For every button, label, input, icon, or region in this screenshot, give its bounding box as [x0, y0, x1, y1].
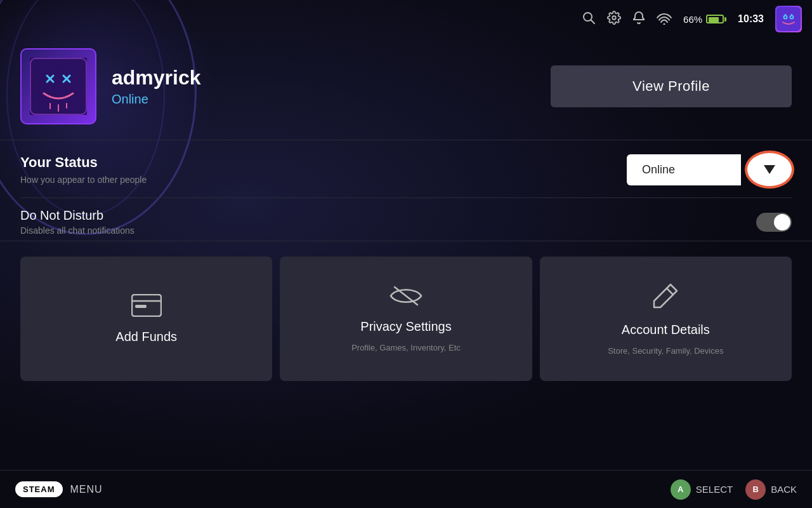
svg-line-22: [667, 288, 673, 295]
topbar: 66% 10:33: [0, 0, 812, 38]
profile-username: admyrick: [112, 66, 201, 90]
account-details-title: Account Details: [622, 323, 710, 337]
dnd-description: Disables all chat notifications: [20, 225, 134, 236]
account-details-card[interactable]: Account Details Store, Security, Family,…: [540, 257, 792, 381]
gear-icon[interactable]: [607, 11, 621, 28]
svg-rect-20: [135, 305, 147, 308]
battery-percent-label: 66%: [683, 14, 702, 25]
back-hint: B BACK: [745, 479, 797, 500]
topbar-user-avatar[interactable]: [775, 6, 802, 32]
status-left: Your Status How you appear to other peop…: [20, 154, 147, 185]
privacy-settings-desc: Profile, Games, Inventory, Etc: [351, 343, 461, 352]
profile-section: admyrick Online View Profile: [20, 38, 792, 140]
profile-info: admyrick Online: [112, 66, 201, 107]
profile-online-status: Online: [112, 92, 201, 107]
dnd-title: Do Not Disturb: [20, 208, 134, 223]
cards-section: Add Funds Privacy Settings Profile, Game…: [20, 257, 792, 381]
topbar-icons: 66% 10:33: [582, 6, 802, 32]
dnd-toggle[interactable]: [756, 213, 792, 232]
dnd-section: Do Not Disturb Disables all chat notific…: [20, 197, 792, 241]
pencil-icon: [652, 282, 679, 314]
clock-display: 10:33: [738, 13, 764, 25]
view-profile-button[interactable]: View Profile: [551, 65, 792, 107]
select-hint: A SELECT: [671, 479, 733, 500]
svg-line-1: [591, 20, 595, 23]
wallet-icon: [131, 294, 162, 321]
your-status-title: Your Status: [20, 154, 147, 171]
account-details-desc: Store, Security, Family, Devices: [608, 346, 723, 356]
status-section: Your Status How you appear to other peop…: [20, 140, 792, 191]
privacy-settings-title: Privacy Settings: [360, 319, 451, 334]
svg-point-2: [664, 23, 665, 25]
eye-slash-icon: [390, 285, 422, 311]
signal-icon: [657, 13, 672, 25]
battery-indicator: 66%: [683, 14, 726, 25]
privacy-settings-card[interactable]: Privacy Settings Profile, Games, Invento…: [280, 257, 532, 381]
steam-badge[interactable]: STEAM: [15, 481, 63, 497]
bottombar: STEAM MENU A SELECT B BACK: [0, 470, 812, 508]
dnd-left: Do Not Disturb Disables all chat notific…: [20, 208, 134, 236]
svg-marker-17: [764, 165, 775, 174]
status-current-value: Online: [627, 154, 741, 185]
divider-2: [0, 241, 812, 241]
add-funds-card[interactable]: Add Funds: [20, 257, 272, 381]
toggle-knob: [774, 214, 790, 231]
status-dropdown-container: Online: [627, 153, 792, 186]
menu-label: MENU: [70, 484, 103, 495]
select-label: SELECT: [696, 484, 733, 495]
your-status-description: How you appear to other people: [20, 175, 147, 185]
bottom-controls: A SELECT B BACK: [671, 479, 797, 500]
add-funds-title: Add Funds: [115, 330, 177, 344]
profile-avatar: [20, 48, 96, 124]
status-dropdown-button[interactable]: [747, 153, 792, 186]
profile-left: admyrick Online: [20, 48, 201, 124]
back-label: BACK: [771, 484, 797, 495]
notification-bell-icon[interactable]: [632, 11, 645, 28]
b-button[interactable]: B: [745, 479, 766, 500]
a-button[interactable]: A: [671, 479, 691, 500]
search-icon[interactable]: [582, 11, 596, 28]
main-content: admyrick Online View Profile Your Status…: [0, 38, 812, 381]
steam-menu: STEAM MENU: [15, 481, 103, 497]
svg-rect-3: [776, 7, 801, 31]
